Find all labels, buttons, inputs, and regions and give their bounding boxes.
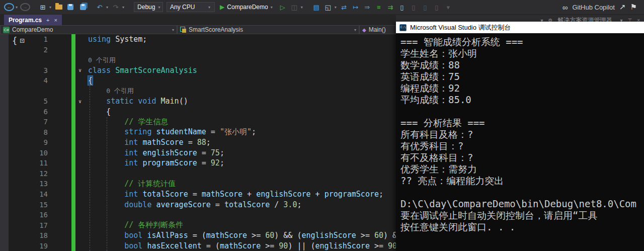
project-dropdown[interactable]: C# CompareDemo ▾	[0, 25, 177, 34]
console-line: 所有科目及格：?	[400, 129, 644, 140]
line-number: 13	[0, 180, 48, 188]
tab-title: Program.cs	[9, 17, 42, 24]
project-dropdown-label: CompareDemo	[12, 26, 53, 33]
code-editor[interactable]: { ⊡ 1using System;20 个引用3∨class SmartSco…	[0, 34, 396, 251]
open-folder-icon[interactable]	[54, 2, 64, 12]
code-line: 8 string studentName = "张小明";	[0, 127, 396, 138]
console-line	[400, 187, 644, 198]
code-line: 11 int programScore = 92;	[0, 158, 396, 169]
console-title-bar[interactable]: C:\ Microsoft Visual Studio 调试控制台	[396, 22, 644, 33]
code-line: 3∨class SmartScoreAnalysis	[0, 65, 396, 76]
change-tracking-bar	[71, 45, 75, 55]
change-tracking-bar	[71, 179, 75, 189]
navigate-forward-icon[interactable]: →	[20, 3, 30, 11]
code-line: 6 {	[0, 107, 396, 117]
change-tracking-bar	[71, 65, 75, 76]
step-list-icon[interactable]: ⇉	[385, 2, 395, 12]
console-title: Microsoft Visual Studio 调试控制台	[410, 23, 511, 32]
start-debugging-button[interactable]: ▶CompareDemo▾	[217, 4, 276, 11]
run-to-cursor-icon[interactable]: ↦	[351, 2, 361, 12]
code-line: 1using System;	[0, 34, 396, 45]
change-tracking-bar	[71, 55, 75, 65]
prev-bookmark-icon[interactable]: ▯	[409, 2, 419, 12]
show-call-hierarchy-icon[interactable]: ≡	[374, 2, 384, 12]
code-line: 5∨ static void Main()	[0, 96, 396, 107]
csharp-project-icon: C#	[3, 27, 10, 33]
change-tracking-bar	[71, 117, 75, 127]
navigate-backward-icon[interactable]: ←	[4, 3, 14, 11]
undo-icon[interactable]: ↶	[95, 2, 105, 12]
line-number: 16	[0, 211, 48, 219]
console-line: 学生姓名：张小明	[400, 48, 644, 59]
change-tracking-bar	[71, 220, 75, 230]
console-line: 有优秀科目：?	[400, 140, 644, 152]
navigate-backward-icon-caret[interactable]: ▾	[16, 5, 18, 10]
line-number: 6	[0, 108, 48, 116]
code-line: 9 int mathScore = 88;	[0, 137, 396, 148]
pin-tab-icon[interactable]: +	[46, 17, 49, 23]
console-line: === 分析结果 ===	[400, 117, 644, 129]
toolbar-overflow-icon[interactable]: ▾	[443, 2, 453, 12]
line-number: 5	[0, 97, 48, 105]
tab-program-cs[interactable]: Program.cs + ×	[4, 15, 62, 25]
redo-icon[interactable]: ↷	[111, 2, 121, 12]
change-tracking-bar	[71, 34, 75, 45]
console-output: === 智能成绩分析系统 ===学生姓名：张小明数学成绩：88英语成绩：75编程…	[396, 33, 644, 251]
line-number: 4	[0, 76, 48, 85]
close-tab-icon[interactable]: ×	[54, 17, 57, 23]
change-tracking-bar	[71, 86, 75, 97]
line-number: 14	[0, 190, 48, 198]
collapse-chevron-icon[interactable]: ∨	[75, 67, 85, 73]
member-dropdown[interactable]: ◆ Main()	[359, 25, 396, 34]
console-line: 要在调试停止时自动关闭控制台，请启用“工具	[400, 210, 644, 221]
navigate-statement-icon[interactable]: ⇒	[362, 2, 372, 12]
code-line: 2	[0, 45, 396, 55]
console-line: === 智能成绩分析系统 ===	[400, 36, 644, 48]
code-line: 14 int totalScore = mathScore + englishS…	[0, 189, 396, 200]
github-copilot-icon[interactable]: ∞	[562, 3, 568, 12]
line-number: 10	[0, 149, 48, 157]
share-icon[interactable]: ↗	[619, 3, 626, 12]
member-dropdown-label: Main()	[369, 26, 386, 33]
preview-window-icon[interactable]: ◱	[323, 2, 333, 12]
class-icon	[180, 27, 186, 33]
line-number: 15	[0, 201, 48, 209]
codelens-line: 0 个引用	[0, 86, 396, 97]
line-number: 11	[0, 159, 48, 167]
type-dropdown[interactable]: SmartScoreAnalysis ▾	[177, 25, 359, 34]
toggle-bookmark-icon[interactable]: ▯	[397, 2, 407, 12]
break-all-icon-caret[interactable]: ▾	[301, 5, 303, 10]
hot-reload-icon[interactable]: ⇄	[339, 2, 349, 12]
debug-configuration-dropdown[interactable]: Debug▾	[134, 2, 163, 12]
collapse-chevron-icon[interactable]: ∨	[75, 99, 85, 104]
redo-icon-caret[interactable]: ▾	[122, 5, 124, 10]
solution-platform-dropdown[interactable]: Any CPU▾	[167, 2, 215, 12]
change-tracking-bar	[71, 148, 75, 158]
type-dropdown-label: SmartScoreAnalysis	[189, 26, 243, 33]
break-all-icon[interactable]: ◫	[289, 2, 299, 12]
method-icon: ◆	[362, 27, 366, 33]
github-copilot-label[interactable]: GitHub Copilot	[572, 4, 615, 11]
preview-window-icon-caret[interactable]: ▾	[335, 5, 337, 10]
undo-icon-caret[interactable]: ▾	[106, 5, 108, 10]
line-number: 19	[0, 242, 48, 250]
line-number: 9	[0, 138, 48, 146]
change-tracking-bar	[71, 107, 75, 117]
console-line: 编程成绩：92	[400, 82, 644, 94]
line-number: 8	[0, 128, 48, 136]
console-app-icon: C:\	[399, 24, 407, 31]
new-item-icon-caret[interactable]: ▾	[49, 5, 51, 10]
feedback-icon[interactable]: ⚑	[630, 3, 637, 12]
start-without-debugging-icon[interactable]: ▷	[278, 2, 288, 12]
code-line: 16	[0, 210, 396, 220]
clear-bookmarks-icon[interactable]: ▯	[432, 2, 442, 12]
indent-guide	[90, 86, 90, 251]
save-all-icon[interactable]	[77, 2, 87, 12]
toolbar-separator	[89, 7, 93, 8]
feedback-output-icon[interactable]: ▤	[311, 2, 321, 12]
save-icon[interactable]	[65, 2, 75, 12]
console-line: 按任意键关闭此窗口. . .	[400, 221, 644, 233]
next-bookmark-icon[interactable]: ▯	[420, 2, 430, 12]
new-item-icon[interactable]: ⊞	[38, 2, 48, 12]
chevron-down-icon: ▾	[354, 28, 356, 32]
